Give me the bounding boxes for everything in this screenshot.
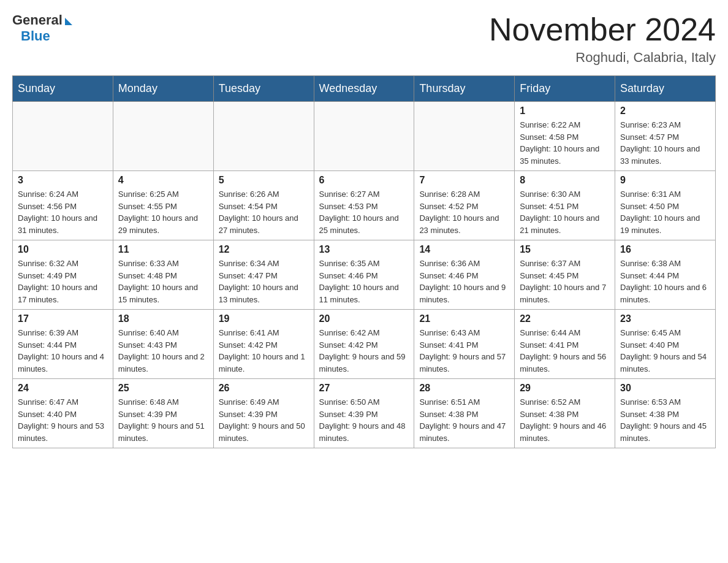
day-number: 4 (118, 175, 208, 186)
day-info: Sunrise: 6:35 AMSunset: 4:46 PMDaylight:… (319, 258, 409, 305)
weekday-header-thursday: Thursday (414, 76, 515, 102)
calendar-header-row: SundayMondayTuesdayWednesdayThursdayFrid… (13, 76, 716, 102)
day-info: Sunrise: 6:51 AMSunset: 4:38 PMDaylight:… (419, 396, 509, 444)
day-info: Sunrise: 6:37 AMSunset: 4:45 PMDaylight:… (520, 258, 610, 305)
weekday-header-tuesday: Tuesday (213, 76, 314, 102)
calendar-cell: 16Sunrise: 6:38 AMSunset: 4:44 PMDayligh… (615, 240, 716, 310)
day-info: Sunrise: 6:36 AMSunset: 4:46 PMDaylight:… (419, 258, 509, 305)
day-info: Sunrise: 6:50 AMSunset: 4:39 PMDaylight:… (319, 396, 409, 444)
day-number: 6 (319, 175, 409, 186)
day-info: Sunrise: 6:52 AMSunset: 4:38 PMDaylight:… (520, 396, 610, 444)
calendar-cell: 27Sunrise: 6:50 AMSunset: 4:39 PMDayligh… (314, 379, 414, 448)
day-info: Sunrise: 6:33 AMSunset: 4:48 PMDaylight:… (118, 258, 208, 305)
weekday-header-monday: Monday (113, 76, 213, 102)
calendar-cell: 13Sunrise: 6:35 AMSunset: 4:46 PMDayligh… (314, 240, 414, 310)
month-title: November 2024 (489, 12, 716, 47)
day-number: 28 (419, 383, 509, 394)
weekday-header-sunday: Sunday (13, 76, 113, 102)
calendar-week-row: 1Sunrise: 6:22 AMSunset: 4:58 PMDaylight… (13, 102, 716, 171)
day-number: 18 (118, 313, 208, 324)
day-number: 22 (520, 313, 610, 324)
day-info: Sunrise: 6:42 AMSunset: 4:42 PMDaylight:… (319, 327, 409, 375)
day-number: 7 (419, 175, 509, 186)
day-info: Sunrise: 6:24 AMSunset: 4:56 PMDaylight:… (18, 188, 108, 236)
day-number: 5 (219, 175, 309, 186)
calendar-cell: 1Sunrise: 6:22 AMSunset: 4:58 PMDaylight… (515, 102, 615, 171)
day-info: Sunrise: 6:49 AMSunset: 4:39 PMDaylight:… (219, 396, 309, 444)
day-number: 2 (620, 105, 710, 117)
day-number: 9 (620, 175, 710, 186)
calendar-cell: 9Sunrise: 6:31 AMSunset: 4:50 PMDaylight… (615, 171, 716, 240)
day-number: 30 (620, 383, 710, 394)
day-info: Sunrise: 6:26 AMSunset: 4:54 PMDaylight:… (219, 188, 309, 236)
day-number: 29 (520, 383, 610, 394)
logo-general-text: General (12, 12, 63, 28)
calendar-cell: 14Sunrise: 6:36 AMSunset: 4:46 PMDayligh… (414, 240, 515, 310)
day-info: Sunrise: 6:27 AMSunset: 4:53 PMDaylight:… (319, 188, 409, 236)
calendar-cell (314, 102, 414, 171)
day-number: 23 (620, 313, 710, 324)
calendar-week-row: 10Sunrise: 6:32 AMSunset: 4:49 PMDayligh… (13, 240, 716, 310)
day-info: Sunrise: 6:25 AMSunset: 4:55 PMDaylight:… (118, 188, 208, 236)
day-info: Sunrise: 6:39 AMSunset: 4:44 PMDaylight:… (18, 327, 108, 375)
calendar-cell: 15Sunrise: 6:37 AMSunset: 4:45 PMDayligh… (515, 240, 615, 310)
page-header: General Blue November 2024 Roghudi, Cala… (12, 12, 716, 66)
day-info: Sunrise: 6:53 AMSunset: 4:38 PMDaylight:… (620, 396, 710, 444)
calendar-table: SundayMondayTuesdayWednesdayThursdayFrid… (12, 75, 716, 448)
day-number: 11 (118, 244, 208, 255)
calendar-cell: 8Sunrise: 6:30 AMSunset: 4:51 PMDaylight… (515, 171, 615, 240)
day-number: 19 (219, 313, 309, 324)
day-info: Sunrise: 6:23 AMSunset: 4:57 PMDaylight:… (620, 119, 710, 167)
day-number: 8 (520, 175, 610, 186)
calendar-cell: 12Sunrise: 6:34 AMSunset: 4:47 PMDayligh… (213, 240, 314, 310)
weekday-header-friday: Friday (515, 76, 615, 102)
day-number: 14 (419, 244, 509, 255)
day-info: Sunrise: 6:31 AMSunset: 4:50 PMDaylight:… (620, 188, 710, 236)
day-info: Sunrise: 6:32 AMSunset: 4:49 PMDaylight:… (18, 258, 108, 305)
day-number: 10 (18, 244, 108, 255)
day-info: Sunrise: 6:22 AMSunset: 4:58 PMDaylight:… (520, 119, 610, 167)
title-section: November 2024 Roghudi, Calabria, Italy (489, 12, 716, 66)
calendar-cell: 30Sunrise: 6:53 AMSunset: 4:38 PMDayligh… (615, 379, 716, 448)
day-number: 13 (319, 244, 409, 255)
logo: General Blue (12, 12, 72, 44)
calendar-cell: 3Sunrise: 6:24 AMSunset: 4:56 PMDaylight… (13, 171, 113, 240)
day-info: Sunrise: 6:38 AMSunset: 4:44 PMDaylight:… (620, 258, 710, 305)
calendar-cell: 7Sunrise: 6:28 AMSunset: 4:52 PMDaylight… (414, 171, 515, 240)
logo-triangle-icon (65, 18, 72, 25)
calendar-cell (13, 102, 113, 171)
day-info: Sunrise: 6:44 AMSunset: 4:41 PMDaylight:… (520, 327, 610, 375)
day-info: Sunrise: 6:45 AMSunset: 4:40 PMDaylight:… (620, 327, 710, 375)
calendar-cell: 17Sunrise: 6:39 AMSunset: 4:44 PMDayligh… (13, 310, 113, 379)
calendar-cell: 26Sunrise: 6:49 AMSunset: 4:39 PMDayligh… (213, 379, 314, 448)
weekday-header-wednesday: Wednesday (314, 76, 414, 102)
day-info: Sunrise: 6:28 AMSunset: 4:52 PMDaylight:… (419, 188, 509, 236)
day-number: 27 (319, 383, 409, 394)
day-number: 26 (219, 383, 309, 394)
calendar-cell: 25Sunrise: 6:48 AMSunset: 4:39 PMDayligh… (113, 379, 213, 448)
day-number: 16 (620, 244, 710, 255)
day-number: 17 (18, 313, 108, 324)
calendar-week-row: 17Sunrise: 6:39 AMSunset: 4:44 PMDayligh… (13, 310, 716, 379)
calendar-cell (113, 102, 213, 171)
calendar-cell: 22Sunrise: 6:44 AMSunset: 4:41 PMDayligh… (515, 310, 615, 379)
calendar-cell: 21Sunrise: 6:43 AMSunset: 4:41 PMDayligh… (414, 310, 515, 379)
calendar-cell: 11Sunrise: 6:33 AMSunset: 4:48 PMDayligh… (113, 240, 213, 310)
day-number: 12 (219, 244, 309, 255)
calendar-cell (213, 102, 314, 171)
day-number: 20 (319, 313, 409, 324)
day-number: 24 (18, 383, 108, 394)
calendar-cell: 20Sunrise: 6:42 AMSunset: 4:42 PMDayligh… (314, 310, 414, 379)
day-info: Sunrise: 6:43 AMSunset: 4:41 PMDaylight:… (419, 327, 509, 375)
calendar-cell: 4Sunrise: 6:25 AMSunset: 4:55 PMDaylight… (113, 171, 213, 240)
calendar-cell: 5Sunrise: 6:26 AMSunset: 4:54 PMDaylight… (213, 171, 314, 240)
calendar-cell: 29Sunrise: 6:52 AMSunset: 4:38 PMDayligh… (515, 379, 615, 448)
location-label: Roghudi, Calabria, Italy (489, 50, 716, 66)
calendar-cell: 23Sunrise: 6:45 AMSunset: 4:40 PMDayligh… (615, 310, 716, 379)
calendar-cell: 28Sunrise: 6:51 AMSunset: 4:38 PMDayligh… (414, 379, 515, 448)
calendar-cell: 10Sunrise: 6:32 AMSunset: 4:49 PMDayligh… (13, 240, 113, 310)
day-number: 25 (118, 383, 208, 394)
day-number: 15 (520, 244, 610, 255)
calendar-cell: 2Sunrise: 6:23 AMSunset: 4:57 PMDaylight… (615, 102, 716, 171)
calendar-week-row: 3Sunrise: 6:24 AMSunset: 4:56 PMDaylight… (13, 171, 716, 240)
